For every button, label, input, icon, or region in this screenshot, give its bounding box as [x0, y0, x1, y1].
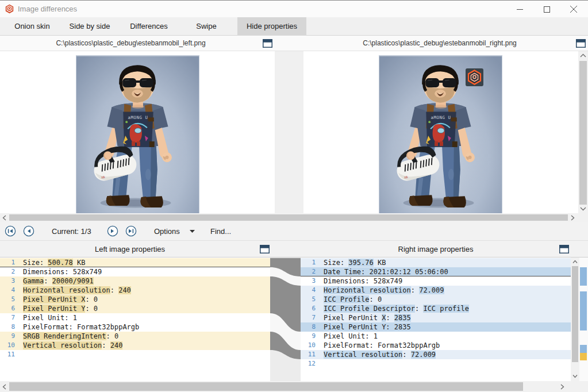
- file-header-row: C:\plasticos\plastic_debug\estebanmobil_…: [0, 36, 588, 51]
- property-line: 9SRGB RenderingIntent: 0: [0, 332, 270, 341]
- properties-hscroll-thumb[interactable]: [9, 382, 523, 391]
- property-line: 6Pixel PerUnit Y: 0: [0, 304, 270, 313]
- property-line: 4Horizontal resolution: 240: [0, 286, 270, 295]
- image-horizontal-scrollbar[interactable]: [0, 213, 588, 222]
- properties-vertical-scrollbar[interactable]: [571, 258, 579, 381]
- properties-horizontal-scrollbar[interactable]: [0, 381, 588, 392]
- property-text: Pixel PerUnit X: 2835: [320, 313, 411, 322]
- property-text: Horizontal resolution: 72.009: [320, 286, 444, 295]
- left-image-path: C:\plasticos\plastic_debug\estebanmobil_…: [0, 39, 262, 47]
- line-number: 2: [0, 267, 20, 276]
- line-number: 5: [0, 295, 20, 304]
- property-text: Dimensions: 528x749: [320, 276, 402, 286]
- image-vscroll-thumb[interactable]: [579, 61, 587, 205]
- image-hscroll-thumb[interactable]: [9, 214, 568, 221]
- property-line: 3Gamma: 20000/9091: [0, 276, 270, 286]
- line-number: 8: [0, 322, 20, 332]
- pane-divider: [275, 51, 303, 213]
- property-text: Pixel PerUnit Y: 2835: [320, 322, 411, 332]
- right-properties-title: Right image properties: [301, 245, 571, 253]
- scroll-down-icon[interactable]: [572, 374, 578, 378]
- property-line: 8Pixel PerUnit Y: 2835: [301, 322, 571, 332]
- property-line: 5ICC Profile: 0: [301, 295, 571, 304]
- properties-vscroll-thumb[interactable]: [572, 266, 578, 362]
- left-pane-window-icon[interactable]: [263, 39, 272, 48]
- find-button[interactable]: Find...: [210, 227, 231, 236]
- scroll-right-icon[interactable]: [570, 215, 575, 221]
- line-number: 10: [0, 341, 20, 350]
- right-pane-window-icon[interactable]: [576, 39, 586, 48]
- tab-onion-skin[interactable]: Onion skin: [6, 17, 59, 35]
- left-properties-window-icon[interactable]: [260, 245, 270, 253]
- diff-map: [270, 258, 301, 381]
- close-button[interactable]: [560, 1, 587, 18]
- property-line: 10Vertical resolution: 240: [0, 341, 270, 350]
- first-diff-button[interactable]: [5, 225, 16, 237]
- property-text: Horizontal resolution: 240: [20, 286, 131, 295]
- property-text: Pixel PerUnit X: 0: [20, 295, 98, 304]
- property-line: 8PixelFormat: Format32bppArgb: [0, 322, 270, 332]
- minimize-button[interactable]: [506, 1, 533, 18]
- property-text: Pixel Unit: 1: [320, 332, 378, 341]
- line-number: 7: [0, 313, 20, 322]
- left-properties-list: 1Size: 500.78 KB2Dimensions: 528x7493Gam…: [0, 258, 270, 359]
- diff-navigation-bar: Current: 1/3 Options Find...: [0, 222, 588, 241]
- diff-marker[interactable]: [580, 345, 587, 353]
- tab-side-by-side[interactable]: Side by side: [61, 17, 118, 35]
- line-number: 2: [301, 267, 320, 276]
- line-number: 9: [301, 332, 320, 341]
- right-properties-list: 1Size: 395.76 KB2Date Time: 2021:02:12 0…: [301, 258, 571, 368]
- property-line: 11: [0, 350, 270, 359]
- tab-swipe[interactable]: Swipe: [182, 17, 231, 35]
- tab-hide-properties[interactable]: Hide properties: [237, 17, 306, 35]
- scroll-right-icon[interactable]: [560, 384, 564, 390]
- property-line: 3Dimensions: 528x749: [301, 276, 571, 286]
- line-number: 11: [301, 350, 320, 359]
- line-number: 8: [301, 322, 320, 332]
- line-number: 6: [301, 304, 320, 313]
- scroll-up-icon[interactable]: [580, 53, 586, 58]
- right-image: [379, 55, 502, 213]
- last-diff-button[interactable]: [125, 225, 137, 237]
- options-caret-icon[interactable]: [190, 230, 195, 233]
- image-vertical-scrollbar[interactable]: [578, 51, 588, 213]
- minimize-icon: [517, 6, 523, 13]
- property-text: Date Time: 2021:02:12 05:06:00: [320, 267, 448, 276]
- right-properties-window-icon[interactable]: [559, 245, 569, 253]
- line-number: 7: [301, 313, 320, 322]
- scroll-down-icon[interactable]: [580, 206, 586, 211]
- property-text: [320, 359, 324, 368]
- scroll-left-icon[interactable]: [2, 384, 7, 390]
- property-line: 5Pixel PerUnit X: 0: [0, 295, 270, 304]
- property-text: Size: 500.78 KB: [20, 258, 85, 267]
- property-text: PixelFormat: Format32bppArgb: [320, 341, 440, 350]
- next-diff-button[interactable]: [107, 225, 118, 237]
- property-line: 2Date Time: 2021:02:12 05:06:00: [301, 267, 571, 276]
- maximize-button[interactable]: [533, 1, 560, 18]
- property-text: Dimensions: 528x749: [20, 267, 102, 276]
- property-line: 1Size: 395.76 KB: [301, 258, 571, 267]
- scroll-left-icon[interactable]: [2, 215, 7, 221]
- right-figure-illustration: [379, 56, 502, 213]
- tab-differences[interactable]: Differences: [122, 17, 176, 35]
- current-diff-label: Current: 1/3: [52, 227, 91, 236]
- line-number: 6: [0, 304, 20, 313]
- property-text: [20, 350, 23, 359]
- property-line: 10PixelFormat: Format32bppArgb: [301, 341, 571, 350]
- property-line: 11Vertical resolution: 72.009: [301, 350, 571, 359]
- property-text: Size: 395.76 KB: [320, 258, 386, 267]
- properties-compare-area: 1Size: 500.78 KB2Dimensions: 528x7493Gam…: [0, 258, 588, 381]
- line-number: 12: [301, 359, 320, 368]
- line-number: 10: [301, 341, 320, 350]
- diff-marker[interactable]: [580, 267, 587, 286]
- diff-marker[interactable]: [580, 353, 587, 360]
- property-line: 12: [301, 359, 571, 368]
- options-button[interactable]: Options: [154, 227, 180, 236]
- diff-marker[interactable]: [580, 291, 587, 330]
- property-line: 7Pixel Unit: 1: [0, 313, 270, 322]
- property-line: 6ICC Profile Descriptor: ICC profile: [301, 304, 571, 313]
- image-compare-area: [0, 51, 588, 213]
- scroll-up-icon[interactable]: [572, 260, 578, 264]
- previous-diff-button[interactable]: [23, 225, 34, 237]
- property-line: 9Pixel Unit: 1: [301, 332, 571, 341]
